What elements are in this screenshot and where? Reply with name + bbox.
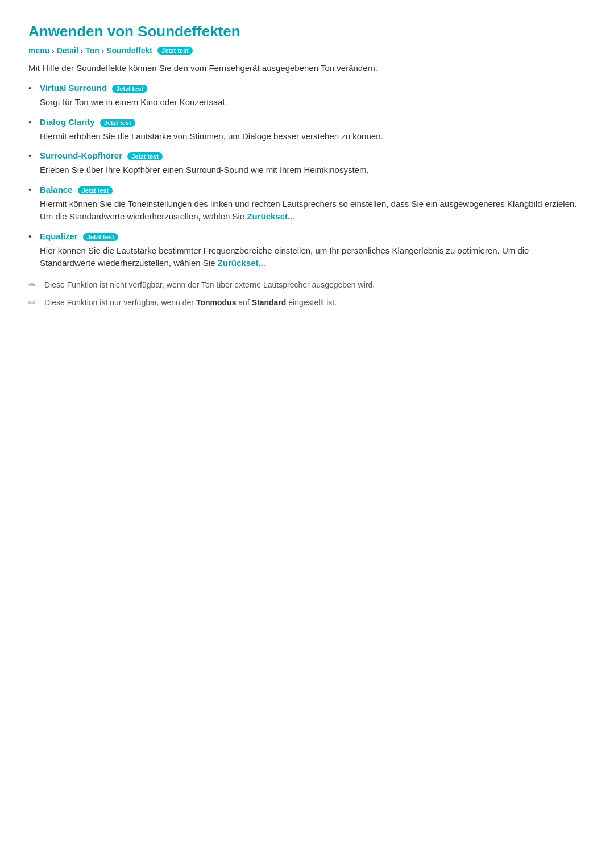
- breadcrumb-badge: Jetzt test: [157, 47, 193, 55]
- badge-equalizer: Jetzt test: [83, 233, 118, 241]
- note-text-1: Diese Funktion ist nicht verfügbar, wenn…: [44, 279, 375, 291]
- feature-title-dialog-clarity: Dialog Clarity: [40, 117, 95, 127]
- list-item-dialog-clarity: Dialog Clarity Jetzt test Hiermit erhöhe…: [34, 117, 586, 143]
- breadcrumb-detail[interactable]: Detail: [57, 46, 78, 55]
- link-zurueckset-balance[interactable]: Zurückset..: [247, 211, 292, 221]
- breadcrumb-menu[interactable]: menu: [28, 46, 49, 55]
- breadcrumb-separator-3: ›: [102, 47, 104, 55]
- feature-title-virtual-surround: Virtual Surround: [40, 83, 107, 93]
- breadcrumb: menu › Detail › Ton › Soundeffekt Jetzt …: [28, 46, 586, 55]
- breadcrumb-soundeffekt[interactable]: Soundeffekt: [106, 46, 152, 55]
- feature-desc-dialog-clarity: Hiermit erhöhen Sie die Lautstärke von S…: [40, 130, 586, 143]
- note-item-2: ✏ Diese Funktion ist nur verfügbar, wenn…: [28, 297, 586, 309]
- badge-balance: Jetzt test: [78, 186, 113, 194]
- badge-surround-kopfhoerer: Jetzt test: [127, 152, 163, 160]
- note-icon-2: ✏: [28, 297, 39, 308]
- feature-title-balance: Balance: [40, 185, 73, 194]
- feature-desc-surround-kopfhoerer: Erleben Sie über Ihre Kopfhörer einen Su…: [40, 164, 586, 177]
- breadcrumb-separator-2: ›: [81, 47, 83, 55]
- breadcrumb-ton[interactable]: Ton: [85, 46, 99, 55]
- intro-text: Mit Hilfe der Soundeffekte können Sie de…: [28, 63, 586, 73]
- feature-list: Virtual Surround Jetzt test Sorgt für To…: [34, 83, 586, 270]
- badge-dialog-clarity: Jetzt test: [100, 119, 135, 127]
- feature-desc-balance: Hiermit können Sie die Toneinstellungen …: [40, 198, 586, 223]
- badge-virtual-surround: Jetzt test: [112, 85, 147, 93]
- feature-desc-equalizer: Hier können Sie die Lautstärke bestimmte…: [40, 244, 586, 270]
- list-item-virtual-surround: Virtual Surround Jetzt test Sorgt für To…: [34, 83, 586, 109]
- list-item-equalizer: Equalizer Jetzt test Hier können Sie die…: [34, 231, 586, 270]
- list-item-surround-kopfhoerer: Surround-Kopfhörer Jetzt test Erleben Si…: [34, 151, 586, 177]
- feature-title-equalizer: Equalizer: [40, 231, 78, 241]
- note-text-2: Diese Funktion ist nur verfügbar, wenn d…: [44, 297, 337, 309]
- note-standard-label: Standard: [252, 298, 287, 307]
- note-icon-1: ✏: [28, 280, 39, 290]
- link-zurueckset-equalizer[interactable]: Zurückset..: [218, 258, 263, 268]
- notes-section: ✏ Diese Funktion ist nicht verfügbar, we…: [28, 279, 586, 309]
- note-item-1: ✏ Diese Funktion ist nicht verfügbar, we…: [28, 279, 586, 291]
- list-item-balance: Balance Jetzt test Hiermit können Sie di…: [34, 185, 586, 223]
- feature-desc-virtual-surround: Sorgt für Ton wie in einem Kino oder Kon…: [40, 96, 586, 109]
- note-tonmodus-label: Tonmodus: [196, 298, 237, 307]
- feature-title-surround-kopfhoerer: Surround-Kopfhörer: [40, 151, 122, 160]
- page-title: Anwenden von Soundeffekten: [28, 23, 586, 40]
- breadcrumb-separator-1: ›: [52, 47, 54, 55]
